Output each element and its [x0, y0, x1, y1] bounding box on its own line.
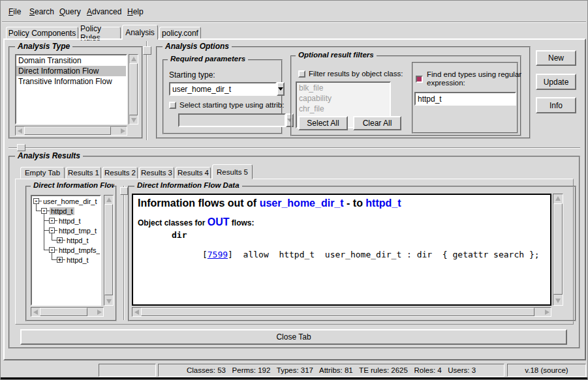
- attrib-checkbox[interactable]: Select starting type using attrib:: [169, 101, 284, 109]
- tree-expander-icon[interactable]: -: [49, 227, 55, 233]
- scroll-left-icon[interactable]: [31, 308, 39, 316]
- scroll-up-icon[interactable]: [129, 55, 138, 63]
- tab-policy-rules[interactable]: Policy Rules: [80, 27, 121, 39]
- scrollbar-thumb[interactable]: [104, 204, 113, 295]
- tree-node[interactable]: +httpd_t: [52, 255, 90, 265]
- starting-type-input[interactable]: [169, 82, 277, 96]
- tab-results-4[interactable]: Results 4: [176, 167, 211, 179]
- tab-results-2[interactable]: Results 2: [102, 167, 138, 179]
- analysis-options-legend: Analysis Options: [162, 42, 232, 51]
- tree-expander-icon[interactable]: -: [41, 208, 47, 214]
- checkbox-indicator-checked[interactable]: [416, 76, 423, 83]
- scroll-up-icon[interactable]: [553, 194, 563, 203]
- analysis-type-hscrollbar[interactable]: [15, 126, 127, 136]
- tree-node[interactable]: -httpd_tmpfs_t: [44, 245, 101, 255]
- regex-checkbox[interactable]: Find end types using regular expression:: [416, 70, 521, 87]
- scroll-down-icon[interactable]: [129, 116, 138, 124]
- starting-type-combobox[interactable]: [169, 82, 280, 96]
- menu-file[interactable]: File: [8, 7, 21, 16]
- status-stats: Classes: 53 Perms: 192 Types: 317 Attrib…: [158, 364, 504, 377]
- scroll-right-icon[interactable]: [119, 126, 127, 135]
- flow-tree[interactable]: -user_home_dir_t -httpd_t -httpd_t -http…: [31, 195, 101, 306]
- tree-node[interactable]: +httpd_t: [52, 235, 90, 245]
- results-sash[interactable]: [8, 147, 580, 149]
- rule-number-link[interactable]: 7599: [208, 250, 228, 259]
- analysis-type-listbox[interactable]: Domain Transition Direct Information Flo…: [15, 54, 127, 124]
- tree-node[interactable]: -user_home_dir_t: [33, 196, 99, 206]
- pane-sash[interactable]: [146, 41, 147, 140]
- status-empty-segment: [99, 364, 156, 377]
- scrollbar-thumb[interactable]: [553, 203, 563, 295]
- flow-tree-legend: Direct Information Flow T: [31, 181, 114, 189]
- list-item: capability: [297, 93, 390, 104]
- analysis-type-vscrollbar[interactable]: [129, 54, 138, 124]
- list-item-selected[interactable]: Direct Information Flow: [16, 66, 126, 76]
- update-button[interactable]: Update: [536, 74, 576, 90]
- data-vscrollbar[interactable]: [553, 194, 563, 306]
- scrollbar-thumb[interactable]: [141, 308, 534, 316]
- scroll-right-icon[interactable]: [543, 308, 551, 316]
- scroll-right-icon[interactable]: [95, 308, 103, 316]
- sash-handle[interactable]: [120, 187, 128, 195]
- sash-handle[interactable]: [143, 46, 151, 55]
- scrollbar-thumb[interactable]: [129, 63, 138, 115]
- scroll-up-icon[interactable]: [104, 196, 113, 203]
- tree-expander-icon[interactable]: +: [57, 237, 63, 243]
- scroll-down-icon[interactable]: [553, 297, 563, 305]
- te-rule-line: [7599] allow httpd_t user_home_dir_t : d…: [138, 240, 546, 269]
- scroll-left-icon[interactable]: [16, 126, 23, 135]
- analysis-results-legend: Analysis Results: [15, 151, 83, 160]
- tab-policy-conf[interactable]: policy.conf: [159, 27, 201, 39]
- menu-bar: File Search Query Advanced Help: [2, 2, 586, 22]
- tab-results-1[interactable]: Results 1: [66, 167, 101, 179]
- scrollbar-thumb[interactable]: [24, 126, 111, 135]
- tree-node[interactable]: -httpd_tmp_t: [44, 226, 98, 235]
- new-button[interactable]: New: [536, 50, 576, 66]
- select-all-button[interactable]: Select All: [298, 116, 348, 130]
- object-class-label: dir: [138, 230, 546, 240]
- list-item[interactable]: Domain Transition: [16, 55, 126, 66]
- tab-policy-components[interactable]: Policy Components: [6, 27, 78, 39]
- dropdown-arrow-icon[interactable]: [277, 82, 285, 96]
- sash-handle[interactable]: [17, 144, 25, 151]
- info-button[interactable]: Info: [536, 97, 576, 113]
- list-item[interactable]: Transitive Information Flow: [16, 76, 126, 87]
- data-hscrollbar[interactable]: [132, 307, 551, 317]
- tab-empty-tab[interactable]: Empty Tab: [20, 167, 65, 179]
- checkbox-indicator[interactable]: [169, 102, 176, 109]
- scroll-left-icon[interactable]: [132, 308, 140, 316]
- menu-query[interactable]: Query: [59, 7, 81, 16]
- tree-expander-icon[interactable]: -: [33, 198, 39, 204]
- tree-node[interactable]: -httpd_t: [36, 206, 74, 216]
- clear-all-button[interactable]: Clear All: [353, 116, 401, 130]
- flow-data-text[interactable]: Information flows out of user_home_dir_t…: [132, 194, 551, 306]
- menu-help[interactable]: Help: [127, 7, 144, 16]
- attrib-checkbox-label: Select starting type using attrib:: [179, 101, 284, 109]
- results-pane-sash[interactable]: [123, 186, 125, 320]
- tree-vscrollbar[interactable]: [104, 195, 114, 306]
- tree-expander-icon[interactable]: +: [57, 257, 63, 263]
- status-version: v.18 (source): [507, 364, 586, 377]
- filter-by-class-checkbox[interactable]: Filter results by object class:: [298, 70, 403, 78]
- checkbox-indicator[interactable]: [298, 70, 305, 78]
- scroll-down-icon[interactable]: [104, 297, 113, 305]
- regex-checkbox-label: expression:: [427, 79, 465, 87]
- tree-node[interactable]: -httpd_t: [44, 216, 82, 226]
- regex-input[interactable]: [414, 92, 516, 106]
- menu-divider: [2, 22, 586, 23]
- scrollbar-thumb[interactable]: [40, 308, 87, 316]
- tab-results-3[interactable]: Results 3: [139, 167, 174, 179]
- starting-type-label: Starting type:: [169, 70, 215, 80]
- list-item: blk_file: [297, 83, 390, 93]
- optional-filters-legend: Optional result filters: [296, 51, 377, 59]
- close-tab-button[interactable]: Close Tab: [20, 329, 567, 345]
- window-bottom-edge: [1, 377, 588, 380]
- menu-advanced[interactable]: Advanced: [87, 7, 121, 16]
- tab-analysis[interactable]: Analysis: [122, 25, 158, 40]
- tab-results-5[interactable]: Results 5: [212, 164, 253, 179]
- menu-search[interactable]: Search: [29, 7, 54, 16]
- tree-expander-icon[interactable]: -: [49, 247, 55, 253]
- tree-expander-icon[interactable]: -: [49, 218, 55, 224]
- apol-window: File Search Query Advanced Help Policy C…: [0, 0, 588, 380]
- tree-hscrollbar[interactable]: [31, 307, 104, 317]
